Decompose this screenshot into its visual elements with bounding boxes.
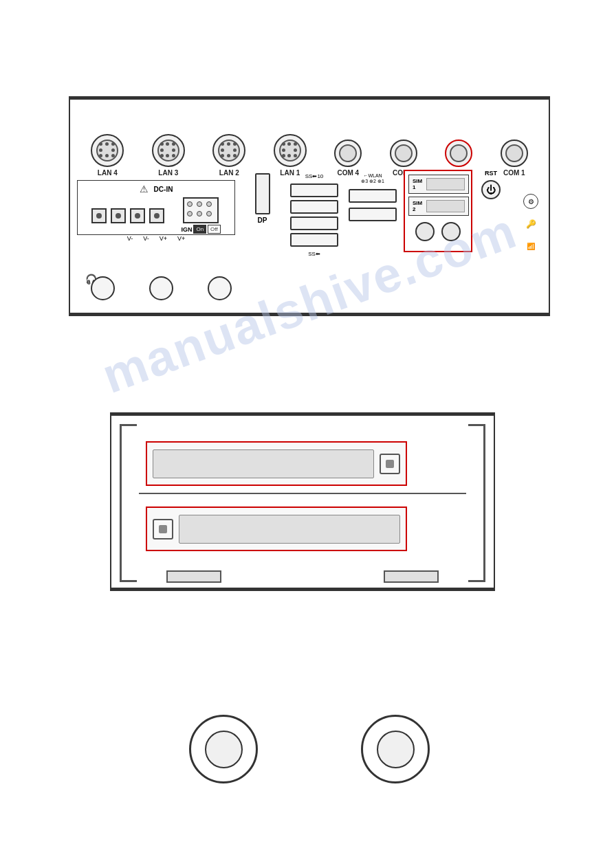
pin <box>187 201 193 207</box>
voltage-labels: V- V- V+ V+ <box>127 235 186 242</box>
dc-in-top: ⚠ DC-IN <box>140 183 173 194</box>
pin <box>206 201 212 207</box>
sim-circle-2 <box>441 222 461 241</box>
sim1-lock <box>380 454 400 474</box>
mount-hole-3 <box>208 276 232 300</box>
pin <box>227 154 230 157</box>
dc-in-label: DC-IN <box>154 186 173 193</box>
pin <box>160 154 164 157</box>
pin <box>187 211 193 216</box>
bracket-left <box>120 424 137 582</box>
pin <box>197 211 202 216</box>
key-icon: 🔑 <box>526 219 536 229</box>
pin <box>294 154 297 157</box>
lan3-connector: LAN 3 <box>152 134 185 177</box>
usb-slot-3 <box>290 216 338 230</box>
switch-on: On <box>193 225 206 234</box>
usb-slot-4 <box>290 233 338 247</box>
bottom-tab-right <box>384 570 439 583</box>
sim-section: SIM 1 SIM 2 <box>404 170 472 252</box>
usb-slot-2 <box>290 200 338 214</box>
lan3-port <box>152 134 185 167</box>
pin <box>233 148 237 152</box>
right-icons: ⚙ 🔑 📶 <box>523 194 538 250</box>
lan4-connector: LAN 4 <box>91 134 124 177</box>
rst-label: RST <box>485 170 497 177</box>
pin <box>287 142 291 146</box>
pin <box>294 142 297 146</box>
lan3-pins <box>160 142 177 159</box>
v-neg2: V- <box>143 235 149 242</box>
sim1-label: SIM 1 <box>413 178 426 190</box>
rst-section: RST ⏻ <box>477 170 505 199</box>
pin <box>172 142 175 146</box>
bottom-large-circles <box>138 715 481 783</box>
com3-port <box>390 140 417 167</box>
pin <box>99 148 102 152</box>
pin-center <box>166 148 169 152</box>
zoom-sim2-slot <box>146 507 407 551</box>
large-circle-1 <box>189 715 258 783</box>
lan4-port <box>91 134 124 167</box>
sim1-card: SIM 1 <box>408 175 469 194</box>
pin <box>99 142 102 146</box>
dc-terminal-1 <box>91 208 107 223</box>
pin <box>166 142 169 146</box>
large-circle-inner-2 <box>377 731 415 768</box>
v-neg1: V- <box>127 235 133 242</box>
com1-port <box>501 140 528 167</box>
pin <box>111 142 115 146</box>
pin <box>105 142 109 146</box>
zoom-inner <box>111 414 494 590</box>
lan2-pins <box>221 142 237 159</box>
pin <box>287 154 291 157</box>
dc-in-connectors: IGN On Off <box>91 197 220 234</box>
dp-section: DP <box>243 173 281 224</box>
zoom-panel <box>110 412 495 591</box>
terminal-dot <box>116 213 121 219</box>
pin <box>294 148 297 152</box>
ign-label: IGN <box>181 226 192 233</box>
lock-inner <box>386 460 394 468</box>
lan1-port <box>274 134 307 167</box>
sim2-slot <box>426 200 465 212</box>
pin <box>282 148 285 152</box>
bracket-right <box>468 424 485 582</box>
sim2-label: SIM 2 <box>413 200 426 212</box>
com-slot-2 <box>349 208 397 221</box>
lock-inner <box>159 525 167 533</box>
large-circle-2 <box>361 715 430 783</box>
pin <box>197 201 202 207</box>
v-pos2: V+ <box>177 235 185 242</box>
sim1-slot <box>426 178 465 190</box>
dc-in-section: ⚠ DC-IN IGN On <box>77 180 235 235</box>
lan3-label: LAN 3 <box>158 169 178 177</box>
mounting-holes-top <box>91 276 232 300</box>
pin <box>282 154 285 157</box>
pin-center <box>287 148 291 152</box>
lan2-label: LAN 2 <box>219 169 239 177</box>
pin <box>282 142 285 146</box>
lan2-port <box>212 134 245 167</box>
large-circle-inner-1 <box>205 731 243 768</box>
terminal-dot <box>135 213 140 219</box>
pin <box>206 211 212 216</box>
warning-icon: ⚠ <box>140 183 149 194</box>
mount-hole-2 <box>149 276 173 300</box>
com-slot-1 <box>349 189 397 203</box>
lan1-connector: LAN 1 <box>274 134 307 177</box>
lan4-pins <box>99 142 116 159</box>
terminal-dot <box>154 213 160 219</box>
zoom-sim1-slot <box>146 441 407 486</box>
pin <box>233 154 237 157</box>
v-pos1: V+ <box>160 235 167 242</box>
pin <box>221 142 224 146</box>
connector-row: LAN 4 LAN 3 <box>77 104 542 180</box>
pin-center <box>105 148 109 152</box>
usb-slot-section: SS⬅10 SS⬅ <box>287 173 342 257</box>
top-panel: LAN 4 LAN 3 <box>69 96 550 316</box>
pin-center <box>227 148 230 152</box>
sim-separator <box>139 493 466 494</box>
sim2-lock <box>153 519 173 539</box>
lan1-pins <box>282 142 298 159</box>
